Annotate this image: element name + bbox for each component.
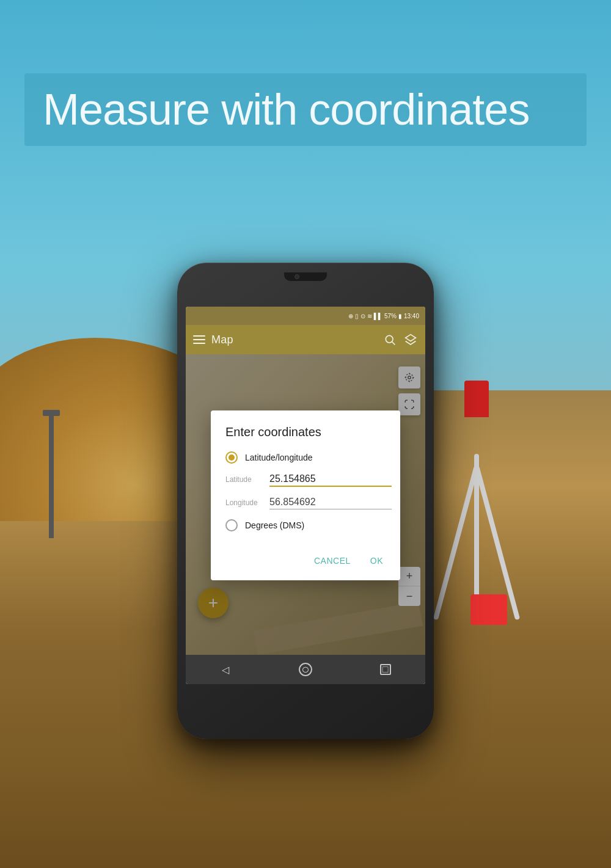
dialog-actions: CANCEL OK (211, 541, 400, 573)
ok-button[interactable]: OK (363, 551, 390, 571)
radio-dms-label: Degrees (DMS) (245, 520, 304, 530)
bottom-navigation: ◁ ○ □ (186, 655, 425, 684)
phone-icon: ▯ (355, 313, 359, 319)
page-title-banner: Measure with coordinates (24, 73, 587, 146)
svg-line-1 (392, 342, 395, 345)
radio-option-latlng[interactable]: Latitude/longitude (225, 451, 386, 464)
svg-marker-2 (406, 335, 416, 341)
light-pole (49, 416, 54, 538)
dialog-title: Enter coordinates (211, 425, 400, 451)
radio-latlng-button[interactable] (225, 451, 238, 464)
wifi-icon: ≋ (367, 313, 372, 319)
longitude-input[interactable] (269, 497, 392, 509)
back-nav-button[interactable]: ◁ (210, 655, 241, 684)
phone-screen: ⊕ ▯ ⊙ ≋ ▌▌ 57% ▮ 13:40 Map (186, 307, 425, 684)
latitude-row: Latitude (225, 473, 386, 487)
latitude-input[interactable] (269, 473, 392, 487)
page-title: Measure with coordinates (43, 86, 568, 134)
camera-dot (295, 274, 299, 279)
home-icon: ○ (299, 663, 312, 676)
phone-mockup: ⊕ ▯ ⊙ ≋ ▌▌ 57% ▮ 13:40 Map (177, 263, 434, 739)
alarm-icon: ⊙ (360, 313, 365, 319)
hamburger-menu-icon[interactable] (193, 335, 205, 344)
surveying-tripod (415, 381, 538, 625)
speaker-hole (304, 275, 316, 278)
layers-icon[interactable] (403, 332, 418, 347)
latitude-field-group: Latitude (225, 473, 386, 487)
phone-notch (284, 272, 327, 281)
signal-icon: ▌▌ (374, 313, 382, 319)
longitude-label: Longitude (225, 498, 262, 507)
status-bar: ⊕ ▯ ⊙ ≋ ▌▌ 57% ▮ 13:40 (186, 307, 425, 325)
search-icon[interactable] (382, 332, 397, 347)
latitude-label: Latitude (225, 475, 262, 484)
recent-nav-button[interactable]: □ (370, 655, 401, 684)
radio-option-dms[interactable]: Degrees (DMS) (225, 519, 386, 531)
back-icon: ◁ (222, 664, 229, 676)
tripod-head (464, 381, 489, 417)
coordinates-dialog: Enter coordinates Latitude/longitude (211, 410, 400, 580)
radio-latlng-inner (229, 454, 235, 461)
map-view[interactable]: + + − Enter coordinates (186, 354, 425, 655)
cancel-button[interactable]: CANCEL (307, 551, 358, 571)
light-pole-top (43, 410, 60, 416)
tripod-base-box (470, 594, 507, 625)
battery-icon: ▮ (398, 313, 402, 319)
svg-point-0 (386, 335, 393, 343)
longitude-row: Longitude (225, 497, 386, 509)
status-icons: ⊕ ▯ ⊙ ≋ ▌▌ 57% ▮ 13:40 (348, 313, 419, 319)
bluetooth-icon: ⊕ (348, 313, 353, 319)
toolbar-title: Map (211, 334, 376, 346)
app-toolbar: Map (186, 325, 425, 354)
radio-dms-button[interactable] (225, 519, 238, 531)
clock: 13:40 (404, 313, 419, 319)
battery-percent: 57% (384, 313, 397, 319)
radio-latlng-label: Latitude/longitude (245, 453, 313, 462)
phone-body: ⊕ ▯ ⊙ ≋ ▌▌ 57% ▮ 13:40 Map (177, 263, 434, 739)
home-nav-button[interactable]: ○ (290, 655, 321, 684)
longitude-field-group: Longitude (225, 497, 386, 509)
dialog-content: Latitude/longitude Latitude (211, 451, 400, 531)
dialog-overlay: Enter coordinates Latitude/longitude (186, 354, 425, 655)
recent-icon: □ (380, 664, 391, 675)
